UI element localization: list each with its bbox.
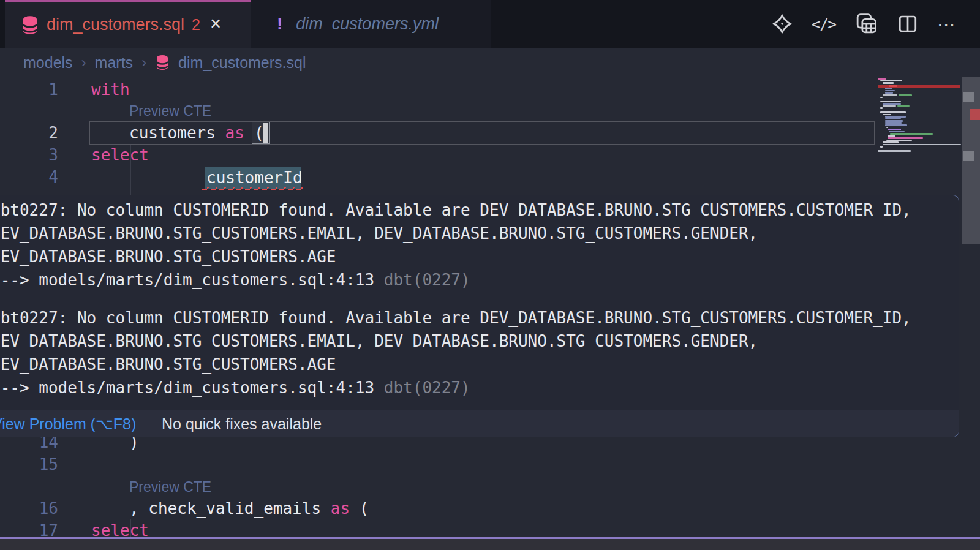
breadcrumb-file[interactable]: dim_customers.sql	[178, 54, 306, 72]
error-squiggle	[202, 187, 304, 193]
minimap[interactable]	[878, 77, 960, 154]
view-problem-link[interactable]: View Problem (⌥F8)	[0, 415, 136, 433]
breadcrumb-marts[interactable]: marts	[95, 54, 134, 72]
open-paren: (	[254, 121, 264, 145]
database-icon	[21, 15, 39, 35]
breadcrumb: models › marts › dim_customers.sql	[23, 48, 306, 77]
error-hover-popup: dbt0227: No column CUSTOMERID found. Ava…	[0, 195, 959, 437]
dbt-icon[interactable]	[771, 13, 793, 35]
window-bottom-edge	[0, 539, 980, 550]
scrollbar[interactable]	[962, 77, 980, 540]
tab-title: dim_customers.sql	[47, 15, 184, 34]
line-number: 1	[0, 80, 58, 99]
code-line-1[interactable]: 1 with	[0, 78, 878, 101]
error-message-1: dbt0227: No column CUSTOMERID found. Ava…	[0, 195, 959, 303]
editor-window: dim_customers.sql 2 × ! dim_customers.ym…	[0, 0, 980, 550]
overview-mark	[963, 151, 974, 161]
tab-dim-customers-yml[interactable]: ! dim_customers.yml	[251, 0, 491, 48]
line-number: 16	[0, 499, 58, 518]
overview-error-mark	[970, 109, 980, 120]
warning-icon: !	[277, 14, 282, 34]
error-code: dbt(0227)	[384, 271, 470, 289]
database-icon	[155, 55, 170, 70]
chevron-right-icon: ›	[141, 54, 146, 71]
split-editor-icon[interactable]	[897, 13, 919, 35]
line-number: 3	[0, 146, 58, 164]
compiled-code-icon[interactable]: </>	[812, 15, 835, 33]
more-actions-icon[interactable]: ⋯	[937, 13, 957, 35]
problem-count-badge: 2	[192, 16, 200, 34]
breadcrumb-models[interactable]: models	[23, 54, 73, 72]
overview-mark	[963, 92, 974, 102]
copy-table-icon[interactable]	[854, 12, 878, 36]
line-number: 2	[0, 124, 58, 142]
chevron-right-icon: ›	[81, 54, 86, 71]
error-code: dbt(0227)	[384, 379, 470, 397]
code-line-3[interactable]: 3 select	[0, 143, 878, 167]
code-line-16[interactable]: 16 , check_valid_emails as (	[0, 497, 878, 520]
editor-actions: </> ⋯	[771, 0, 957, 48]
tab-bar: dim_customers.sql 2 × ! dim_customers.ym…	[0, 0, 980, 48]
code-line-2[interactable]: 2 customers as	[0, 121, 878, 145]
code-line-4[interactable]: 4	[0, 165, 878, 189]
code-line-15[interactable]: 15	[0, 453, 878, 476]
text-cursor	[263, 123, 268, 143]
close-icon[interactable]: ×	[210, 13, 221, 35]
code-lens-preview-cte[interactable]: Preview CTE	[129, 479, 211, 495]
line-number: 4	[0, 168, 58, 186]
tab-dim-customers-sql[interactable]: dim_customers.sql 2 ×	[5, 0, 251, 48]
error-message-2: dbt0227: No column CUSTOMERID found. Ava…	[0, 303, 959, 410]
customerid-token[interactable]: customerId	[206, 166, 303, 189]
line-number: 15	[0, 455, 58, 473]
tab-title: dim_customers.yml	[296, 15, 439, 34]
no-quick-fixes-text: No quick fixes available	[162, 415, 322, 433]
popup-footer: View Problem (⌥F8) No quick fixes availa…	[0, 410, 959, 437]
code-lens-preview-cte[interactable]: Preview CTE	[129, 103, 211, 119]
